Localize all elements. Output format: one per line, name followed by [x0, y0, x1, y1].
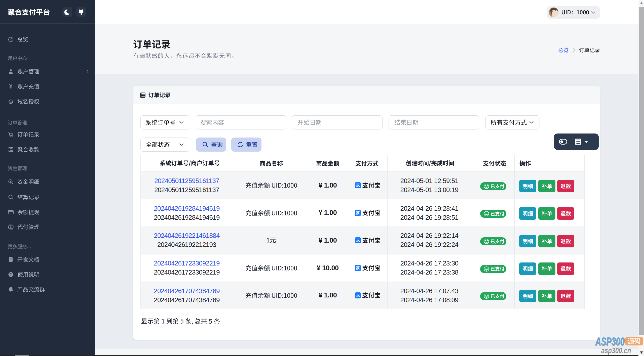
- svg-text:?: ?: [10, 273, 12, 276]
